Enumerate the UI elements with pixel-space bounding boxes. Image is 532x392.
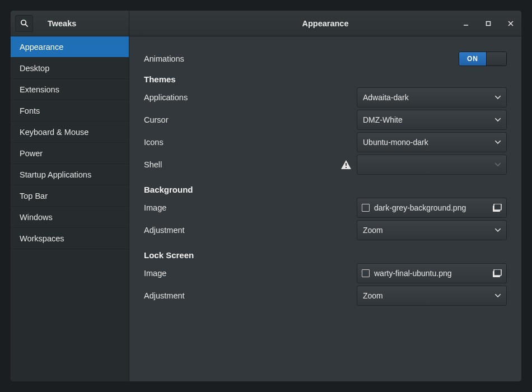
titlebar-left: Tweaks [11,11,129,36]
titlebar: Tweaks Appearance [11,11,521,36]
minimize-icon [463,21,469,26]
svg-rect-7 [346,163,347,166]
background-image-chooser[interactable]: dark-grey-background.png [357,198,507,218]
file-open-icon [493,269,502,277]
label-animations: Animations [144,54,184,63]
dropdown-value: Zoom [363,226,383,235]
close-button[interactable] [506,18,516,29]
icons-theme-dropdown[interactable]: Ubuntu-mono-dark [357,132,507,152]
sidebar-item-extensions[interactable]: Extensions [11,79,129,100]
chevron-down-icon [495,228,501,232]
sidebar-item-startup-applications[interactable]: Startup Applications [11,164,129,185]
svg-line-1 [25,25,27,27]
warning-icon [341,160,351,169]
window-controls [461,18,521,29]
row-icons-theme: Icons Ubuntu-mono-dark [144,131,507,153]
close-icon [508,21,514,26]
lockscreen-image-chooser[interactable]: warty-final-ubuntu.png [357,263,507,283]
switch-knob [486,52,506,66]
label-applications: Applications [144,93,188,102]
svg-rect-3 [487,21,491,25]
label-lockscreen-image: Image [144,269,166,278]
row-animations: Animations ON [144,48,507,70]
svg-rect-10 [494,204,501,210]
sidebar-item-label: Keyboard & Mouse [20,128,88,137]
filename: dark-grey-background.png [374,203,466,212]
svg-rect-12 [494,269,501,276]
label-icons: Icons [144,138,164,147]
row-background-image: Image dark-grey-background.png [144,197,507,219]
filename: warty-final-ubuntu.png [374,269,452,278]
section-background: Background [144,185,507,194]
switch-on-label: ON [459,52,486,66]
image-thumb-icon [362,204,370,212]
section-lockscreen: Lock Screen [144,250,507,260]
sidebar-item-label: Appearance [20,43,63,52]
row-lockscreen-image: Image warty-final-ubuntu.png [144,262,507,284]
dropdown-value: Zoom [363,291,383,300]
dropdown-value: Ubuntu-mono-dark [363,138,428,147]
app-title: Tweaks [48,19,76,28]
image-thumb-icon [362,269,370,277]
row-cursor-theme: Cursor DMZ-White [144,109,507,131]
window-body: Appearance Desktop Extensions Fonts Keyb… [11,36,521,381]
maximize-icon [486,21,491,26]
page-title: Appearance [302,19,348,28]
sidebar-item-top-bar[interactable]: Top Bar [11,185,129,207]
label-background-adjustment: Adjustment [144,226,185,235]
chevron-down-icon [495,118,501,122]
sidebar-item-windows[interactable]: Windows [11,207,129,228]
sidebar-item-label: Desktop [20,64,49,73]
animations-toggle[interactable]: ON [459,52,507,66]
sidebar: Appearance Desktop Extensions Fonts Keyb… [11,36,129,381]
lockscreen-adjustment-dropdown[interactable]: Zoom [357,286,507,306]
sidebar-item-appearance[interactable]: Appearance [11,36,129,58]
section-themes: Themes [144,74,507,84]
minimize-button[interactable] [461,18,471,29]
content-pane: Animations ON Themes Applications Adwait… [129,36,521,381]
row-applications-theme: Applications Adwaita-dark [144,86,507,109]
sidebar-item-keyboard-mouse[interactable]: Keyboard & Mouse [11,122,129,143]
sidebar-item-label: Extensions [20,85,59,94]
label-lockscreen-adjustment: Adjustment [144,291,185,300]
row-shell-theme: Shell [144,153,507,176]
label-cursor: Cursor [144,115,169,124]
chevron-down-icon [495,294,501,297]
applications-theme-dropdown[interactable]: Adwaita-dark [357,87,507,108]
dropdown-value: DMZ-White [363,115,403,124]
sidebar-item-power[interactable]: Power [11,143,129,164]
sidebar-item-label: Fonts [20,106,40,115]
sidebar-item-label: Top Bar [20,192,48,200]
row-background-adjustment: Adjustment Zoom [144,219,507,241]
chevron-down-icon [495,96,501,99]
sidebar-item-label: Workspaces [20,234,64,243]
maximize-button[interactable] [483,18,493,29]
sidebar-item-label: Power [20,149,43,158]
background-adjustment-dropdown[interactable]: Zoom [357,220,507,240]
chevron-down-icon [495,141,501,144]
cursor-theme-dropdown[interactable]: DMZ-White [357,110,507,130]
sidebar-item-fonts[interactable]: Fonts [11,100,129,122]
sidebar-item-label: Startup Applications [20,170,91,179]
label-background-image: Image [144,203,166,212]
search-button[interactable] [15,15,33,32]
titlebar-right: Appearance [129,11,521,36]
shell-theme-dropdown [357,155,507,175]
label-shell: Shell [144,160,162,169]
dropdown-value: Adwaita-dark [363,93,409,102]
sidebar-item-desktop[interactable]: Desktop [11,58,129,79]
search-icon [20,19,29,27]
row-lockscreen-adjustment: Adjustment Zoom [144,284,507,307]
chevron-down-icon [495,163,501,166]
file-open-icon [493,204,502,212]
tweaks-window: Tweaks Appearance Appearance Desktop Ext… [10,10,522,382]
svg-rect-8 [346,167,347,168]
sidebar-item-workspaces[interactable]: Workspaces [11,228,129,249]
sidebar-item-label: Windows [20,213,53,222]
